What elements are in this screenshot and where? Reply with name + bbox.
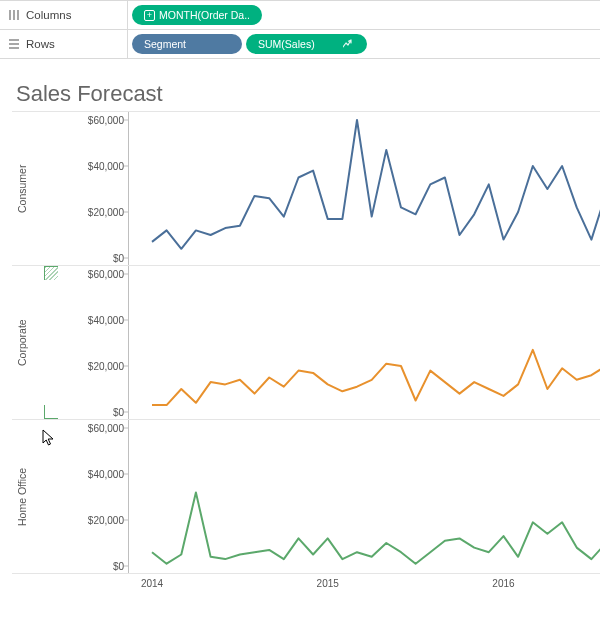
line-plot[interactable] bbox=[58, 112, 600, 266]
series-line bbox=[152, 492, 600, 563]
pill-month-order-date[interactable]: + MONTH(Order Da.. bbox=[132, 5, 262, 25]
columns-label-text: Columns bbox=[26, 9, 71, 21]
rows-label-text: Rows bbox=[26, 38, 55, 50]
line-plot[interactable] bbox=[58, 420, 600, 574]
columns-icon bbox=[8, 9, 20, 21]
pill-segment[interactable]: Segment bbox=[132, 34, 242, 54]
line-plot[interactable] bbox=[58, 266, 600, 420]
viz-title: Sales Forecast bbox=[16, 81, 600, 107]
pill-sum-sales[interactable]: SUM(Sales) bbox=[246, 34, 367, 54]
plus-icon: + bbox=[144, 10, 155, 21]
x-tick: 2015 bbox=[317, 578, 339, 589]
pill-label: Segment bbox=[144, 38, 186, 50]
rows-shelf[interactable]: Rows Segment SUM(Sales) bbox=[0, 29, 600, 58]
rows-shelf-label: Rows bbox=[0, 30, 128, 58]
segment-label: Home Office bbox=[12, 420, 32, 573]
forecast-icon bbox=[343, 39, 355, 49]
segment-label: Corporate bbox=[12, 266, 32, 419]
selection-bracket bbox=[44, 266, 58, 280]
columns-shelf[interactable]: Columns + MONTH(Order Da.. bbox=[0, 0, 600, 29]
pill-label: MONTH(Order Da.. bbox=[159, 9, 250, 21]
selection-bracket bbox=[44, 405, 58, 419]
x-tick: 2016 bbox=[492, 578, 514, 589]
panel-corporate: Corporate$0$20,000$40,000$60,000 bbox=[12, 266, 600, 420]
x-axis: 201420152016 bbox=[128, 574, 600, 598]
panel-consumer: Consumer$0$20,000$40,000$60,000 bbox=[12, 112, 600, 266]
x-tick: 2014 bbox=[141, 578, 163, 589]
panel-home-office: Home Office$0$20,000$40,000$60,000 bbox=[12, 420, 600, 574]
series-line bbox=[152, 350, 600, 405]
segment-label: Consumer bbox=[12, 112, 32, 265]
pill-label: SUM(Sales) bbox=[258, 38, 315, 50]
series-line bbox=[152, 120, 600, 249]
columns-shelf-label: Columns bbox=[0, 1, 128, 29]
rows-icon bbox=[8, 38, 20, 50]
